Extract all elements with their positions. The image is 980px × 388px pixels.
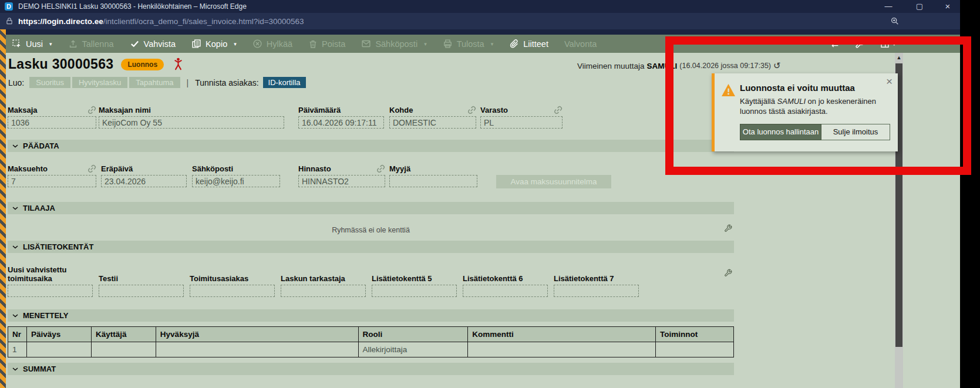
warning-triangle-icon <box>721 83 736 97</box>
create-suoritus-button[interactable]: Suoritus <box>29 77 70 88</box>
field-label: Toimitusasiakas <box>190 274 248 283</box>
create-tapahtuma-button[interactable]: Tapahtuma <box>129 77 180 88</box>
maksuehto-input[interactable] <box>8 175 96 187</box>
cell-kommentti[interactable] <box>468 342 656 357</box>
myyja-input[interactable] <box>389 175 477 187</box>
section-lisatietokentat[interactable]: LISÄTIETOKENTÄT <box>8 241 734 253</box>
link-icon[interactable] <box>86 104 98 116</box>
take-over-draft-button[interactable]: Ota luonnos hallintaan <box>740 124 821 140</box>
email-button[interactable]: Sähköposti▾ <box>361 39 426 49</box>
caret-down-icon: ▾ <box>234 41 237 47</box>
hinnasto-input[interactable] <box>298 175 385 187</box>
erapaiva-input[interactable] <box>101 175 187 187</box>
new-button[interactable]: Uusi▾ <box>12 39 52 49</box>
field-label: Hinnasto <box>298 164 331 173</box>
lisatietokentta-5-input[interactable] <box>372 285 457 297</box>
section-settings-wrench-icon[interactable] <box>724 269 732 277</box>
field-maksajan-nimi: Maksajan nimi <box>99 106 284 129</box>
attachments-button[interactable]: Liitteet <box>509 39 548 49</box>
field-label: Maksaja <box>8 106 38 114</box>
wrench-icon[interactable] <box>855 39 865 49</box>
personal-data-person-icon[interactable] <box>171 57 185 72</box>
lisatietokentta-7-input[interactable] <box>554 285 639 297</box>
field-varasto: Varasto <box>480 106 563 129</box>
field-toimitusasiakas: Toimitusasiakas <box>190 264 275 297</box>
open-payment-plan-button[interactable]: Avaa maksusuunnitelma <box>496 175 611 188</box>
section-settings-wrench-icon[interactable] <box>724 224 732 232</box>
field-label: Testii <box>99 274 118 283</box>
swap-icon[interactable] <box>830 39 840 49</box>
popup-title: Luonnosta ei voitu muuttaa <box>740 83 855 93</box>
monitoring-button[interactable]: Valvonta <box>564 39 597 49</box>
field-label: Lisätietokenttä 5 <box>372 274 432 283</box>
section-paadata[interactable]: PÄÄDATA <box>8 140 734 152</box>
save-button[interactable]: Tallenna <box>68 39 114 49</box>
field-hinnasto: Hinnasto <box>298 164 385 187</box>
copy-button[interactable]: Kopio▾ <box>191 39 237 49</box>
field-label: Laskun tarkastaja <box>281 274 345 283</box>
cell-paivays[interactable] <box>26 342 91 357</box>
link-icon[interactable] <box>466 104 478 116</box>
cell-toiminnot[interactable] <box>656 342 734 357</box>
varasto-input[interactable] <box>480 116 563 129</box>
section-menettely[interactable]: MENETTELY <box>8 309 734 322</box>
section-summat[interactable]: SUMMAT <box>8 363 734 375</box>
paivamaara-input[interactable] <box>298 116 384 129</box>
table-header-row: Nr Päiväys Käyttäjä Hyväksyjä Rooli Komm… <box>8 327 734 342</box>
tilaaja-empty-message: Ryhmässä ei ole kenttiä <box>8 226 734 234</box>
field-label: Sähköposti <box>192 164 233 173</box>
section-tilaaja[interactable]: TILAAJA <box>8 202 734 214</box>
link-icon[interactable] <box>86 163 98 175</box>
layout-icon <box>880 39 890 49</box>
document-header: Lasku 30000563 Luonnos <box>8 56 185 72</box>
title-bar: D DEMO HELSINKI1 Lasku 30000563 - Henkil… <box>0 0 960 13</box>
field-paivamaara: Päivämäärä <box>298 106 384 129</box>
col-nr: Nr <box>8 327 27 342</box>
sahkoposti-input[interactable] <box>192 175 280 187</box>
cell-kayttaja[interactable] <box>91 342 156 357</box>
field-label: Varasto <box>480 106 508 114</box>
history-undo-icon[interactable]: ↺ <box>773 60 781 71</box>
uusi-vahvistettu-toimitusaika-input[interactable] <box>8 285 93 297</box>
cell-nr[interactable]: 1 <box>8 342 27 357</box>
testii-input[interactable] <box>99 285 184 297</box>
layout-settings-button[interactable]: ▾ <box>880 39 895 49</box>
zoom-page-icon[interactable] <box>890 16 900 26</box>
kohde-input[interactable] <box>389 116 476 129</box>
status-badge: Luonnos <box>121 59 164 70</box>
close-icon[interactable]: × <box>886 76 893 87</box>
link-icon[interactable] <box>552 104 564 116</box>
print-button[interactable]: Tulosta▾ <box>443 39 494 49</box>
laskun-tarkastaja-input[interactable] <box>281 285 366 297</box>
scroll-up-arrow-icon[interactable]: ▲ <box>895 53 903 63</box>
confirm-button[interactable]: Vahvista <box>130 39 176 49</box>
caret-down-icon: ▾ <box>424 41 427 47</box>
field-label: Myyjä <box>389 164 410 173</box>
field-label: Lisätietokenttä 7 <box>554 274 614 283</box>
toimitusasiakas-input[interactable] <box>190 285 275 297</box>
field-maksaja: Maksaja <box>8 106 96 129</box>
close-notification-button[interactable]: Sulje ilmoitus <box>821 124 890 140</box>
link-icon[interactable] <box>375 163 387 175</box>
cell-hyvaksyja[interactable] <box>156 342 358 357</box>
lisatietokentta-6-input[interactable] <box>463 285 548 297</box>
minimize-button[interactable]: — <box>880 0 897 13</box>
close-window-button[interactable]: × <box>939 0 957 13</box>
cell-rooli[interactable]: Allekirjoittaja <box>358 342 468 357</box>
reject-circle-icon <box>252 39 262 49</box>
delete-button[interactable]: Poista <box>308 39 345 49</box>
maksajan-nimi-input[interactable] <box>99 116 284 129</box>
popup-user: SAMULI <box>777 97 806 106</box>
id-card-button[interactable]: ID-kortilla <box>263 77 306 88</box>
chevron-down-icon <box>12 143 19 150</box>
chevron-down-icon <box>12 205 19 212</box>
lock-icon <box>5 17 14 25</box>
url-text: https://login.directo.ee/intclientfi/ocr… <box>18 17 304 26</box>
maksaja-input[interactable] <box>8 116 96 129</box>
create-hyvityslasku-button[interactable]: Hyvityslasku <box>72 77 127 88</box>
reject-button[interactable]: Hylkää <box>252 39 292 49</box>
check-icon <box>130 39 140 49</box>
maximize-button[interactable]: ▢ <box>911 0 928 13</box>
address-bar[interactable]: https://login.directo.ee/intclientfi/ocr… <box>0 13 960 29</box>
col-rooli: Rooli <box>358 327 468 342</box>
